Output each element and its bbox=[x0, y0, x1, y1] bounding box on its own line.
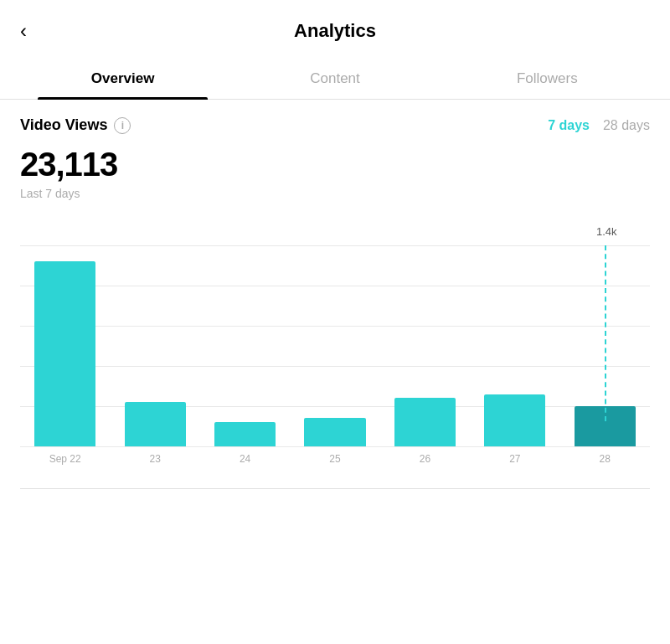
x-labels: Sep 22232425262728 bbox=[20, 446, 650, 471]
tab-followers[interactable]: Followers bbox=[441, 59, 653, 99]
bar-group[interactable]: 1.4k bbox=[560, 245, 650, 446]
x-label: Sep 22 bbox=[20, 446, 110, 471]
x-label: 28 bbox=[560, 446, 650, 471]
bar bbox=[214, 422, 276, 446]
tabs: Overview Content Followers bbox=[0, 59, 670, 100]
divider bbox=[20, 488, 650, 489]
bar-group[interactable] bbox=[20, 245, 110, 446]
header: ‹ Analytics bbox=[0, 0, 670, 59]
bar bbox=[304, 418, 365, 446]
video-views-label: Video Views bbox=[20, 116, 107, 134]
tab-content[interactable]: Content bbox=[229, 59, 441, 99]
bar-group[interactable] bbox=[110, 245, 199, 446]
x-label: 27 bbox=[470, 446, 559, 471]
tab-overview[interactable]: Overview bbox=[17, 59, 229, 99]
period-7days[interactable]: 7 days bbox=[548, 118, 590, 133]
video-views-header: Video Views i 7 days 28 days bbox=[20, 116, 650, 134]
main-content: Video Views i 7 days 28 days 23,113 Last… bbox=[0, 100, 670, 523]
info-icon[interactable]: i bbox=[114, 117, 131, 134]
video-views-value: 23,113 bbox=[20, 146, 650, 183]
bar-group[interactable] bbox=[380, 245, 470, 446]
bar bbox=[394, 398, 456, 446]
chart-container: 1.4k Sep 22232425262728 bbox=[20, 220, 650, 471]
bar-group[interactable] bbox=[470, 245, 559, 446]
bars-area: 1.4k bbox=[20, 245, 650, 446]
x-label: 24 bbox=[200, 446, 290, 471]
bar-group[interactable] bbox=[200, 245, 290, 446]
x-label: 26 bbox=[380, 446, 470, 471]
period-28days[interactable]: 28 days bbox=[603, 118, 650, 133]
page-title: Analytics bbox=[294, 20, 376, 42]
x-label: 25 bbox=[290, 446, 379, 471]
bar bbox=[125, 402, 186, 446]
tooltip-value: 1.4k bbox=[596, 225, 617, 238]
video-views-left: Video Views i bbox=[20, 116, 131, 134]
bar bbox=[484, 394, 545, 446]
bar-group[interactable] bbox=[290, 245, 379, 446]
period-buttons: 7 days 28 days bbox=[548, 118, 650, 133]
x-label: 23 bbox=[110, 446, 199, 471]
video-views-sublabel: Last 7 days bbox=[20, 187, 650, 200]
bar bbox=[34, 261, 95, 446]
back-button[interactable]: ‹ bbox=[20, 19, 27, 43]
tooltip-line: 1.4k bbox=[605, 245, 606, 421]
